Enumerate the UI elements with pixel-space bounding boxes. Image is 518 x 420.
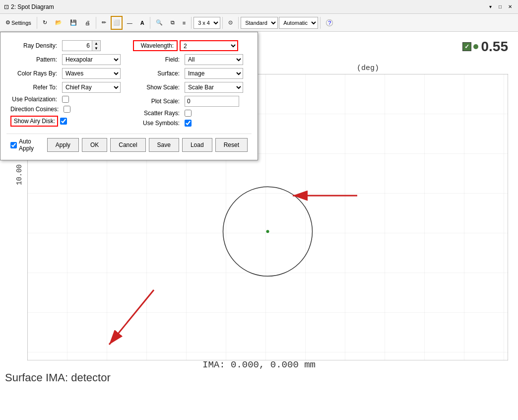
save-toolbar-button[interactable]: 💾 xyxy=(66,16,80,30)
auto-apply-row: Auto Apply xyxy=(10,138,44,152)
spinbox-buttons: ▲ ▼ xyxy=(92,40,101,51)
plot-scale-input[interactable] xyxy=(185,96,239,107)
svg-point-3 xyxy=(266,230,269,233)
wavelength-display: ✓ 0.55 xyxy=(462,39,509,55)
refer-to-row: Refer To: Chief Ray Centroid Vertex xyxy=(10,82,125,93)
surface-label-field: Surface: xyxy=(133,70,183,77)
close-button[interactable]: ✕ xyxy=(506,3,514,11)
window-icon: ⊡ xyxy=(4,3,9,10)
separator-5 xyxy=(222,17,223,29)
history-icon: ⊙ xyxy=(228,19,233,26)
line-button[interactable]: — xyxy=(124,16,136,30)
settings-right-col: Wavelength: 2 All 1 3 Field: All 1 2 xyxy=(129,38,252,132)
refresh-icon: ↻ xyxy=(43,19,47,26)
scatter-rays-row: Scatter Rays: xyxy=(133,110,248,117)
pencil-icon: ✏ xyxy=(102,19,106,26)
wavelength-dot xyxy=(473,44,478,49)
pencil-button[interactable]: ✏ xyxy=(98,16,110,30)
direction-cosines-checkbox[interactable] xyxy=(64,106,70,113)
direction-cosines-row: Direction Cosines: xyxy=(10,106,125,113)
ray-density-input[interactable] xyxy=(62,40,92,51)
wavelength-value: 0.55 xyxy=(481,39,509,55)
color-rays-select[interactable]: Waves Fields Config xyxy=(62,68,121,79)
standard-dropdown[interactable]: Standard xyxy=(241,17,278,29)
reset-button[interactable]: Reset xyxy=(215,138,248,152)
history-button[interactable]: ⊙ xyxy=(225,16,236,30)
text-icon: A xyxy=(140,20,144,26)
refer-to-select[interactable]: Chief Ray Centroid Vertex xyxy=(62,82,121,93)
text-button[interactable]: A xyxy=(137,16,148,30)
plot-scale-label: Plot Scale: xyxy=(133,98,183,105)
copy-icon: ⧉ xyxy=(171,19,175,26)
show-airy-disk-row: Show Airy Disk: xyxy=(10,116,125,127)
separator-3 xyxy=(150,17,150,29)
print-icon: 🖨 xyxy=(85,20,90,26)
use-polarization-checkbox[interactable] xyxy=(62,96,69,103)
zoom-button[interactable]: 🔍 xyxy=(152,16,166,30)
use-symbols-row: Use Symbols: xyxy=(133,120,248,127)
help-icon: ? xyxy=(326,19,333,26)
pattern-select[interactable]: Hexapolar Dithered Square xyxy=(62,54,121,65)
automatic-dropdown[interactable]: Automatic xyxy=(279,17,318,29)
use-polarization-label: Use Polarization: xyxy=(10,96,60,103)
ray-density-row: Ray Density: ▲ ▼ xyxy=(10,40,125,51)
settings-left-col: Ray Density: ▲ ▼ Pattern: Hexapolar Dith… xyxy=(6,38,129,132)
scatter-rays-checkbox[interactable] xyxy=(185,110,192,117)
settings-grid: Ray Density: ▲ ▼ Pattern: Hexapolar Dith… xyxy=(6,38,252,132)
rect-button[interactable]: ⬜ xyxy=(111,16,123,30)
toolbar: ⚙ Settings ↻ 📂 💾 🖨 ✏ ⬜ — A 🔍 ⧉ ≡ 3 x 4 ⊙… xyxy=(0,14,518,32)
layers-button[interactable]: ≡ xyxy=(179,16,189,30)
field-row: Field: All 1 2 xyxy=(133,54,248,65)
show-airy-disk-checkbox[interactable] xyxy=(60,118,67,125)
line-icon: — xyxy=(127,20,132,26)
show-scale-label: Show Scale: xyxy=(133,84,183,91)
wavelength-select[interactable]: 2 All 1 3 xyxy=(180,40,238,51)
refer-to-label: Refer To: xyxy=(10,84,60,91)
gear-icon: ⚙ xyxy=(5,19,10,26)
main-area: ✓ 0.55 10.00 (deg) xyxy=(0,32,518,420)
spinbox-down[interactable]: ▼ xyxy=(92,46,100,51)
color-rays-row: Color Rays By: Waves Fields Config xyxy=(10,68,125,79)
layers-icon: ≡ xyxy=(183,20,186,26)
auto-apply-checkbox[interactable] xyxy=(10,142,17,148)
show-scale-select[interactable]: Scale Bar Box None xyxy=(185,82,243,93)
load-button[interactable]: Load xyxy=(182,138,212,152)
plot-scale-row: Plot Scale: xyxy=(133,96,248,107)
minimize-button[interactable]: ▾ xyxy=(486,3,494,11)
print-button[interactable]: 🖨 xyxy=(81,16,94,30)
surface-label: Surface IMA: detector xyxy=(5,371,111,384)
field-label: Field: xyxy=(133,56,183,63)
separator-2 xyxy=(96,17,96,29)
open-button[interactable]: 📂 xyxy=(52,16,65,30)
wavelength-row: Wavelength: 2 All 1 3 xyxy=(133,40,248,51)
save-icon: 💾 xyxy=(70,19,77,26)
surface-select[interactable]: Image 1 2 xyxy=(185,68,243,79)
settings-panel: Ray Density: ▲ ▼ Pattern: Hexapolar Dith… xyxy=(0,32,258,160)
size-dropdown[interactable]: 3 x 4 xyxy=(194,17,220,29)
title-bar: ⊡ 2: Spot Diagram ▾ □ ✕ xyxy=(0,0,518,14)
window-title: 2: Spot Diagram xyxy=(11,3,54,10)
show-airy-disk-label: Show Airy Disk: xyxy=(10,116,58,127)
copy-button[interactable]: ⧉ xyxy=(167,16,178,30)
use-symbols-checkbox[interactable] xyxy=(185,120,192,127)
wavelength-checkbox[interactable]: ✓ xyxy=(462,42,471,51)
open-icon: 📂 xyxy=(55,19,62,26)
cancel-button[interactable]: Cancel xyxy=(110,138,145,152)
settings-button[interactable]: ⚙ Settings xyxy=(2,16,35,30)
settings-buttons: Auto Apply Apply OK Cancel Save Load Res… xyxy=(6,134,252,154)
help-button[interactable]: ? xyxy=(323,16,336,30)
scatter-rays-label: Scatter Rays: xyxy=(133,110,183,117)
color-rays-label: Color Rays By: xyxy=(10,70,60,77)
apply-button[interactable]: Apply xyxy=(47,138,79,152)
ok-button[interactable]: OK xyxy=(82,138,107,152)
deg-label: (deg) xyxy=(357,64,379,72)
save-dialog-button[interactable]: Save xyxy=(149,138,179,152)
surface-row: Surface: Image 1 2 xyxy=(133,68,248,79)
maximize-button[interactable]: □ xyxy=(496,3,504,11)
refresh-button[interactable]: ↻ xyxy=(39,16,51,30)
use-symbols-label: Use Symbols: xyxy=(133,120,183,127)
spinbox-up[interactable]: ▲ xyxy=(92,41,100,46)
auto-apply-label: Auto Apply xyxy=(19,138,44,152)
ray-density-label: Ray Density: xyxy=(10,42,60,49)
field-select[interactable]: All 1 2 xyxy=(185,54,243,65)
